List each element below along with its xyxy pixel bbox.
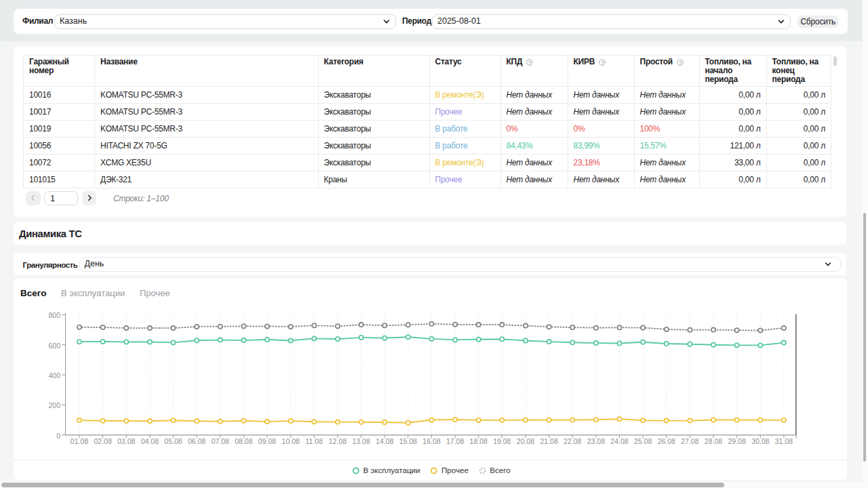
svg-text:03.08: 03.08	[117, 437, 135, 445]
svg-text:20.08: 20.08	[517, 437, 534, 445]
svg-text:600: 600	[48, 342, 60, 350]
svg-text:25.08: 25.08	[634, 437, 652, 445]
svg-text:24.08: 24.08	[610, 437, 628, 445]
svg-text:21.08: 21.08	[540, 437, 557, 445]
svg-text:12.08: 12.08	[329, 437, 347, 445]
svg-text:30.08: 30.08	[751, 437, 769, 445]
svg-text:15.08: 15.08	[399, 437, 417, 445]
svg-text:200: 200	[48, 401, 60, 409]
svg-text:26.08: 26.08	[658, 437, 675, 445]
svg-text:800: 800	[48, 311, 60, 319]
svg-text:09.08: 09.08	[258, 437, 276, 445]
svg-text:27.08: 27.08	[681, 437, 698, 445]
svg-text:11.08: 11.08	[306, 437, 323, 445]
svg-text:23.08: 23.08	[587, 437, 605, 445]
svg-text:400: 400	[48, 371, 60, 380]
svg-text:29.08: 29.08	[728, 437, 745, 445]
svg-text:31.08: 31.08	[775, 437, 793, 445]
svg-text:13.08: 13.08	[352, 437, 370, 445]
svg-text:14.08: 14.08	[376, 437, 393, 445]
svg-text:04.08: 04.08	[141, 437, 159, 445]
svg-text:16.08: 16.08	[422, 437, 440, 445]
svg-text:08.08: 08.08	[235, 437, 252, 445]
svg-text:19.08: 19.08	[493, 437, 511, 445]
svg-text:18.08: 18.08	[470, 437, 488, 445]
svg-text:17.08: 17.08	[446, 437, 464, 445]
svg-text:02.08: 02.08	[94, 437, 111, 445]
svg-text:28.08: 28.08	[705, 437, 722, 445]
svg-text:06.08: 06.08	[188, 437, 205, 445]
svg-text:0: 0	[56, 432, 60, 440]
svg-text:05.08: 05.08	[164, 437, 182, 445]
svg-text:07.08: 07.08	[212, 437, 229, 445]
svg-text:10.08: 10.08	[282, 437, 300, 445]
svg-text:01.08: 01.08	[71, 437, 88, 445]
svg-text:22.08: 22.08	[564, 437, 581, 445]
